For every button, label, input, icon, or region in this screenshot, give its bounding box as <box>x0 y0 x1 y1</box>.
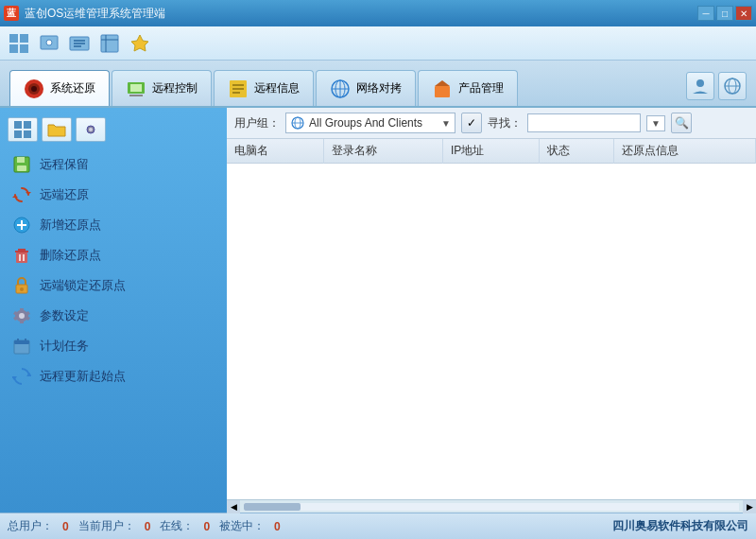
svg-rect-17 <box>129 95 143 96</box>
svg-rect-1 <box>20 34 28 43</box>
sidebar-view-btn[interactable] <box>8 117 38 142</box>
remote-update-icon <box>11 366 32 387</box>
sidebar-item-add-restore-label: 新增还原点 <box>40 217 101 234</box>
tab-remote-control[interactable]: 远程控制 <box>112 70 212 106</box>
add-restore-icon <box>11 215 32 235</box>
selected-value: 0 <box>274 520 281 533</box>
sidebar-item-remote-save[interactable]: 远程保留 <box>0 149 227 180</box>
svg-rect-10 <box>101 35 118 52</box>
svg-rect-27 <box>435 86 450 97</box>
svg-rect-36 <box>24 130 31 138</box>
sidebar-item-add-restore[interactable]: 新增还原点 <box>0 210 227 240</box>
online-label: 在线： <box>160 518 194 534</box>
tab-network-pair[interactable]: 网络对拷 <box>316 70 416 106</box>
main-toolbar <box>0 26 756 61</box>
tab-network-pair-label: 网络对拷 <box>356 80 402 96</box>
svg-marker-28 <box>435 80 450 86</box>
app-icon: 蓝 <box>4 6 19 21</box>
param-setting-icon <box>11 305 32 326</box>
toolbar-icon-5[interactable] <box>127 30 153 57</box>
svg-rect-47 <box>16 252 27 263</box>
toolbar-icon-1[interactable] <box>6 30 32 57</box>
toolbar-icon-2[interactable] <box>36 30 62 57</box>
svg-point-15 <box>31 86 37 92</box>
svg-point-5 <box>46 40 52 45</box>
svg-rect-40 <box>17 157 25 163</box>
sidebar-item-remote-restore-label: 远端还原 <box>40 186 89 203</box>
total-users-value: 0 <box>62 520 69 533</box>
tab-system-restore[interactable]: 系统还原 <box>9 70 110 106</box>
sidebar-item-param-setting-label: 参数设定 <box>40 307 89 324</box>
user-group-select[interactable]: All Groups And Clients ▼ <box>285 113 455 133</box>
remote-info-tab-icon <box>228 78 249 99</box>
sidebar-item-remote-update[interactable]: 远程更新起始点 <box>0 361 227 391</box>
tab-product-manage[interactable]: 产品管理 <box>418 70 518 106</box>
sidebar-item-remote-lock[interactable]: 远端锁定还原点 <box>0 270 227 301</box>
col-restore-info: 还原点信息 <box>614 139 756 164</box>
sidebar-item-scheduled-task[interactable]: 计划任务 <box>0 331 227 361</box>
main-panel: 用户组： All Groups And Clients ▼ ✓ 寻找： ▼ 🔍 … <box>227 108 756 513</box>
total-users-label: 总用户： <box>8 518 53 534</box>
scroll-track <box>244 503 739 511</box>
svg-point-52 <box>19 313 25 319</box>
col-login-name: 登录名称 <box>323 139 442 164</box>
user-group-action-btn[interactable]: ✓ <box>461 113 482 133</box>
remote-lock-icon <box>11 275 32 296</box>
sidebar-toolbar <box>0 113 227 146</box>
col-status: 状态 <box>539 139 614 164</box>
sidebar-folder-btn[interactable] <box>42 117 72 142</box>
search-input[interactable] <box>527 113 641 132</box>
user-group-value: All Groups And Clients <box>309 116 438 130</box>
search-dropdown-arrow: ▼ <box>651 118 661 129</box>
horizontal-scrollbar[interactable]: ◀ ▶ <box>227 499 756 513</box>
svg-point-51 <box>20 287 24 291</box>
sidebar-item-remote-save-label: 远程保留 <box>40 156 89 173</box>
svg-marker-42 <box>26 192 31 195</box>
col-computer-name: 电脑名 <box>227 139 323 164</box>
svg-rect-0 <box>9 34 18 43</box>
title-bar: 蓝 蓝创OS运维管理系统管理端 ─ □ ✕ <box>0 0 756 26</box>
scroll-thumb[interactable] <box>244 503 301 511</box>
scroll-right-btn[interactable]: ▶ <box>743 500 756 513</box>
svg-rect-18 <box>130 84 142 92</box>
sidebar-item-delete-restore[interactable]: 删除还原点 <box>0 240 227 270</box>
search-action-btn[interactable]: 🔍 <box>671 113 692 133</box>
toolbar-icon-3[interactable] <box>66 30 93 57</box>
user-group-dropdown-arrow: ▼ <box>441 118 451 129</box>
sidebar-item-remote-update-label: 远程更新起始点 <box>40 368 126 385</box>
current-users-value: 0 <box>145 520 151 533</box>
brand-text: 四川奥易软件科技有限公司 <box>612 518 748 534</box>
search-label: 寻找： <box>488 115 522 131</box>
scroll-left-btn[interactable]: ◀ <box>227 500 240 513</box>
filter-bar: 用户组： All Groups And Clients ▼ ✓ 寻找： ▼ 🔍 <box>227 108 756 139</box>
user-icon-btn[interactable] <box>686 72 714 100</box>
col-ip-address: IP地址 <box>442 139 539 164</box>
remote-control-tab-icon <box>126 78 146 99</box>
search-dropdown[interactable]: ▼ <box>646 115 665 131</box>
svg-rect-34 <box>24 121 31 129</box>
product-manage-tab-icon <box>432 78 453 99</box>
app-title: 蓝创OS运维管理系统管理端 <box>25 6 697 22</box>
toolbar-icon-4[interactable] <box>96 30 123 57</box>
online-value: 0 <box>203 520 210 533</box>
close-button[interactable]: ✕ <box>735 6 752 21</box>
sidebar-item-remote-restore[interactable]: 远端还原 <box>0 180 227 210</box>
globe-icon-btn[interactable] <box>718 72 747 100</box>
svg-point-29 <box>696 79 704 87</box>
svg-rect-35 <box>14 130 22 138</box>
sidebar-item-param-setting[interactable]: 参数设定 <box>0 301 227 331</box>
sidebar-settings-btn[interactable] <box>76 117 106 142</box>
tab-product-manage-label: 产品管理 <box>458 80 504 96</box>
svg-rect-41 <box>17 165 26 171</box>
sidebar-item-scheduled-task-label: 计划任务 <box>40 338 89 355</box>
svg-marker-43 <box>12 195 18 198</box>
system-restore-tab-icon <box>24 78 44 99</box>
maximize-button[interactable]: □ <box>716 6 733 21</box>
tab-remote-info-label: 远程信息 <box>254 80 300 96</box>
remote-restore-icon <box>11 184 32 205</box>
svg-rect-3 <box>20 44 28 53</box>
globe-small-icon <box>290 115 305 130</box>
minimize-button[interactable]: ─ <box>697 6 714 21</box>
tab-remote-info[interactable]: 远程信息 <box>214 70 314 106</box>
sidebar-item-remote-lock-label: 远端锁定还原点 <box>40 277 126 294</box>
